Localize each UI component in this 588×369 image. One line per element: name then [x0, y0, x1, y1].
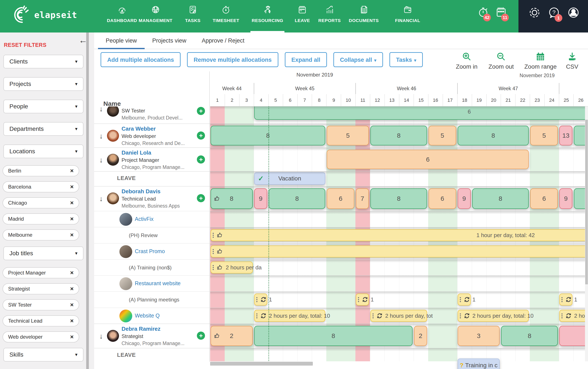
- filter-chip-technical-lead[interactable]: Technical Lead×: [3, 315, 79, 327]
- filter-chip-web-developer[interactable]: Web developer×: [3, 331, 79, 342]
- allocation-bar-6[interactable]: 6: [254, 106, 588, 120]
- project-link[interactable]: Crast Promo: [135, 248, 165, 254]
- settings-gear-button[interactable]: [527, 6, 542, 20]
- expand-person-arrow-icon[interactable]: ↓: [99, 132, 103, 140]
- drag-handle-icon[interactable]: [256, 297, 257, 302]
- expand-all-button[interactable]: Expand all: [285, 52, 327, 67]
- allocation-bar-8[interactable]: 8: [254, 326, 412, 346]
- remove-chip-icon[interactable]: ×: [70, 200, 74, 206]
- nav-item-tasks[interactable]: TASKS: [185, 0, 200, 32]
- add-allocation-button[interactable]: +: [197, 155, 205, 164]
- collapse-all-button[interactable]: Collapse all▾: [333, 52, 383, 67]
- project-link[interactable]: Restaurant website: [135, 280, 181, 287]
- remove-chip-icon[interactable]: ×: [70, 302, 74, 308]
- allocation-bar-7[interactable]: 7: [356, 188, 369, 209]
- vertical-scrollbar[interactable]: [585, 106, 588, 361]
- filter-dropdown-projects[interactable]: Projects▾: [3, 77, 84, 91]
- zoom-range-button[interactable]: Zoom range: [525, 52, 557, 70]
- filter-chip-melbourne[interactable]: Melbourne×: [3, 229, 79, 241]
- expand-person-arrow-icon[interactable]: ↓: [99, 106, 103, 113]
- allocation-bar-2-hours-per-day-total-10[interactable]: 2 hours per day, total: 10: [458, 310, 529, 322]
- nav-item-reports[interactable]: REPORTS: [318, 0, 341, 32]
- allocation-bar-8[interactable]: 8: [269, 188, 326, 209]
- allocation-bar-1[interactable]: 1: [356, 294, 369, 306]
- project-link[interactable]: Website Q: [135, 313, 160, 319]
- drag-handle-icon[interactable]: [213, 265, 214, 270]
- nav-item-resourcing[interactable]: RESOURCING: [252, 0, 283, 32]
- filter-chip-madrid[interactable]: Madrid×: [3, 213, 79, 225]
- remove-chip-icon[interactable]: ×: [70, 168, 74, 174]
- drag-handle-icon[interactable]: [460, 297, 461, 302]
- project-link[interactable]: ActivFix: [135, 216, 154, 222]
- remove-chip-icon[interactable]: ×: [70, 286, 74, 292]
- filter-dropdown-people[interactable]: People▾: [3, 100, 84, 113]
- allocation-bar[interactable]: [210, 246, 588, 257]
- allocation-bar-8[interactable]: 8: [370, 188, 427, 209]
- expand-person-arrow-icon[interactable]: ↓: [99, 156, 103, 164]
- nav-item-dashboard[interactable]: DASHBOARD: [107, 0, 137, 32]
- allocation-bar-2-hours-per-day-tot[interactable]: 2 hours per day, tot: [370, 310, 427, 322]
- allocation-bar-2-hours-per-day-total-10[interactable]: 2 hours per day, total: 10: [254, 310, 326, 322]
- filter-dropdown-locations[interactable]: Locations▾: [3, 144, 84, 158]
- allocation-bar-3[interactable]: 3: [458, 326, 500, 346]
- expand-person-arrow-icon[interactable]: ↓: [99, 332, 103, 340]
- add-allocation-button[interactable]: +: [197, 194, 205, 202]
- allocation-bar-5[interactable]: 5: [327, 126, 369, 145]
- allocation-bar-2-ho[interactable]: 2 ho: [559, 310, 588, 322]
- user-avatar-button[interactable]: [566, 6, 581, 20]
- allocation-bar-8[interactable]: 8: [501, 326, 558, 346]
- tab-people-view[interactable]: People view: [98, 32, 145, 49]
- allocation-bar-2[interactable]: 2: [414, 326, 427, 346]
- drag-handle-icon[interactable]: [561, 297, 563, 302]
- remove-multiple-allocations-button[interactable]: Remove multiple allocations: [187, 52, 278, 67]
- allocation-bar-1[interactable]: 1: [254, 294, 267, 306]
- allocation-bar-1[interactable]: 1: [559, 294, 572, 306]
- person-name-link[interactable]: Cara Webber: [122, 125, 156, 132]
- help-button[interactable]: ?1: [547, 6, 561, 20]
- remove-chip-icon[interactable]: ×: [70, 216, 74, 222]
- allocation-bar-8[interactable]: 8: [458, 126, 529, 145]
- nav-item-documents[interactable]: DOCUMENTS: [349, 0, 379, 32]
- allocation-bar-2-hours-per-da[interactable]: 2 hours per da: [210, 261, 253, 273]
- filter-chip-berlin[interactable]: Berlin×: [3, 165, 79, 176]
- csv-button[interactable]: CSV: [566, 52, 578, 70]
- reset-filters-button[interactable]: RESET FILTERS: [4, 42, 46, 48]
- allocation-bar-5[interactable]: 5: [530, 126, 558, 145]
- drag-handle-icon[interactable]: [373, 313, 374, 318]
- allocation-bar-8[interactable]: 8: [210, 126, 325, 145]
- tab-approve-reject[interactable]: Approve / Reject: [194, 32, 252, 49]
- person-name-link[interactable]: Debra Ramirez: [122, 326, 160, 332]
- vertical-scrollbar-thumb[interactable]: [585, 120, 588, 284]
- drag-handle-icon[interactable]: [213, 249, 214, 254]
- expand-person-arrow-icon[interactable]: ↓: [99, 195, 103, 202]
- sidebar-scrollbar[interactable]: [86, 32, 89, 369]
- allocation-bar[interactable]: [559, 326, 588, 346]
- drag-handle-icon[interactable]: [213, 233, 214, 238]
- drag-handle-icon[interactable]: [460, 313, 461, 318]
- allocation-bar-6[interactable]: 6: [327, 188, 354, 209]
- horizontal-scrollbar-thumb[interactable]: [210, 362, 313, 366]
- app-logo[interactable]: elapseit: [11, 5, 77, 25]
- allocation-bar-training-in-c[interactable]: ?Training in c: [458, 359, 500, 369]
- remove-chip-icon[interactable]: ×: [70, 232, 74, 238]
- add-multiple-allocations-button[interactable]: Add multiple allocations: [101, 52, 181, 67]
- allocation-bar-8[interactable]: 8: [210, 188, 253, 209]
- allocation-bar-8[interactable]: 8: [370, 126, 427, 145]
- calendar-notification-button[interactable]: 11: [495, 6, 508, 19]
- allocation-bar-9[interactable]: 9: [559, 188, 572, 209]
- allocation-bar-6[interactable]: 6: [429, 188, 456, 209]
- drag-handle-icon[interactable]: [561, 313, 563, 318]
- nav-item-leave[interactable]: LEAVE: [295, 0, 310, 32]
- add-allocation-button[interactable]: +: [197, 107, 205, 115]
- drag-handle-icon[interactable]: [358, 297, 359, 302]
- add-allocation-button[interactable]: +: [197, 332, 205, 340]
- timer-notification-button[interactable]: 42: [477, 6, 490, 19]
- filter-dropdown-clients[interactable]: Clients▾: [3, 55, 84, 68]
- allocation-bar-5[interactable]: 5: [429, 126, 456, 145]
- filter-dropdown-job-titles[interactable]: Job titles▾: [3, 246, 84, 260]
- remove-chip-icon[interactable]: ×: [70, 184, 74, 190]
- filter-chip-strategist[interactable]: Strategist×: [3, 283, 79, 294]
- filter-dropdown-departments[interactable]: Departments▾: [3, 122, 84, 136]
- allocation-bar-6[interactable]: 6: [530, 188, 558, 209]
- remove-chip-icon[interactable]: ×: [70, 318, 74, 324]
